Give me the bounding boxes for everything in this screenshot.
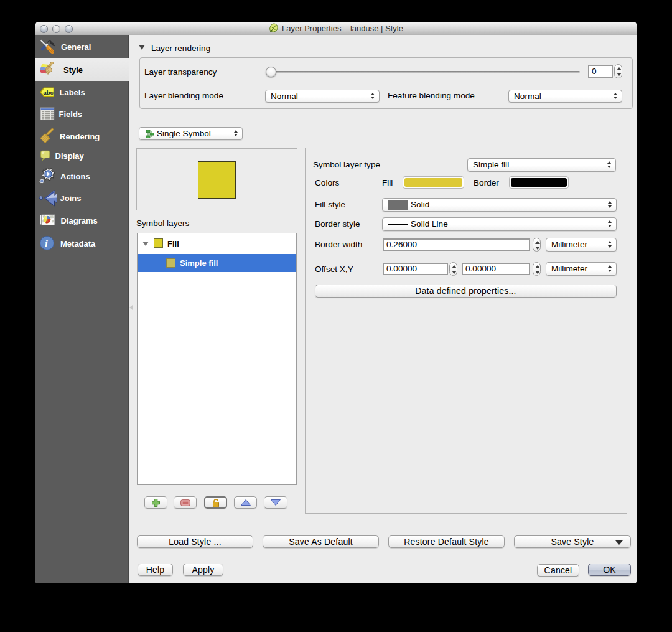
svg-text:abc: abc (43, 88, 53, 95)
svg-text:i: i (45, 238, 48, 250)
